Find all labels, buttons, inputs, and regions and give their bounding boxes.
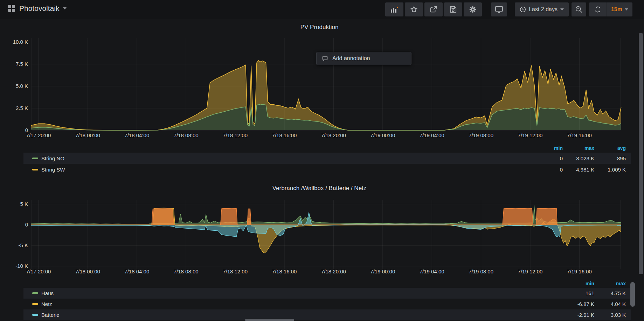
monitor-icon — [495, 6, 503, 13]
svg-text:7/19 08:00: 7/19 08:00 — [469, 132, 493, 138]
svg-text:7/19 16:00: 7/19 16:00 — [567, 132, 592, 138]
svg-text:10.0 K: 10.0 K — [13, 39, 28, 45]
stat-min: -6.87 K — [563, 301, 594, 307]
pv-produktion-legend: min max avg String NO 0 3.023 K 895 Stri… — [23, 144, 631, 175]
pv-produktion-chart[interactable]: 02.5 K5.0 K7.5 K10.0 K7/17 20:007/18 00:… — [0, 33, 644, 142]
panel-title-pv-produktion[interactable]: PV Produktion — [0, 24, 639, 31]
svg-text:-10 K: -10 K — [15, 263, 28, 269]
legend-row-netz[interactable]: Netz -6.87 K 4.04 K — [23, 299, 631, 309]
legend-col-max: max — [563, 145, 594, 151]
series-label: String SW — [41, 167, 65, 173]
page-scrollbar[interactable] — [639, 33, 643, 274]
svg-text:-5 K: -5 K — [18, 242, 28, 248]
svg-text:7/18 00:00: 7/18 00:00 — [75, 132, 100, 138]
svg-text:7/18 04:00: 7/18 04:00 — [124, 132, 149, 138]
chevron-down-icon — [560, 8, 564, 11]
save-icon — [449, 6, 457, 13]
verbrauch-legend: min max Haus 161 4.75 K Netz -6.87 K 4.0… — [23, 279, 631, 320]
stat-max: 4.75 K — [594, 290, 626, 296]
legend-col-min: min — [531, 145, 563, 151]
legend-row-string-sw[interactable]: String SW 0 4.981 K 1.009 K — [23, 164, 631, 175]
add-panel-icon — [390, 6, 398, 13]
series-swatch — [32, 292, 38, 294]
svg-text:7/18 08:00: 7/18 08:00 — [174, 132, 199, 138]
add-annotation-label: Add annotation — [332, 55, 370, 62]
series-label: Netz — [41, 301, 52, 307]
time-range-picker[interactable]: Last 2 days — [515, 2, 569, 16]
legend-row-haus[interactable]: Haus 161 4.75 K — [23, 288, 631, 299]
legend-row-string-no[interactable]: String NO 0 3.023 K 895 — [23, 153, 631, 164]
svg-text:7.5 K: 7.5 K — [16, 61, 28, 67]
dashboard-title-group[interactable]: Photovoltaik — [8, 4, 67, 13]
svg-text:7/19 04:00: 7/19 04:00 — [420, 132, 444, 138]
svg-text:7/19 04:00: 7/19 04:00 — [420, 268, 444, 274]
add-annotation-tooltip[interactable]: Add annotation — [316, 52, 411, 65]
stat-min: -2.91 K — [563, 312, 594, 318]
legend-header: min max — [23, 279, 631, 288]
navbar-actions: Last 2 days 15m — [385, 2, 632, 16]
legend-header: min max avg — [23, 144, 631, 153]
stat-avg: 895 — [594, 155, 626, 161]
svg-text:7/19 00:00: 7/19 00:00 — [370, 268, 395, 274]
svg-text:7/18 00:00: 7/18 00:00 — [75, 268, 100, 274]
legend-col-avg: avg — [594, 145, 626, 151]
series-label: String NO — [41, 155, 64, 161]
svg-text:0: 0 — [25, 222, 28, 228]
share-icon — [430, 6, 437, 13]
legend-row-batterie[interactable]: Batterie -2.91 K 3.03 K — [23, 309, 631, 320]
refresh-icon — [594, 6, 601, 13]
svg-text:7/18 12:00: 7/18 12:00 — [223, 268, 248, 274]
stat-max: 4.981 K — [563, 167, 594, 173]
zoom-out-button[interactable] — [572, 2, 586, 16]
add-panel-button[interactable] — [385, 2, 403, 16]
share-button[interactable] — [424, 2, 443, 16]
svg-text:7/18 12:00: 7/18 12:00 — [223, 132, 248, 138]
svg-text:7/17 20:00: 7/17 20:00 — [26, 132, 51, 138]
svg-text:7/19 12:00: 7/19 12:00 — [518, 268, 543, 274]
svg-text:7/18 16:00: 7/18 16:00 — [272, 132, 297, 138]
legend-col-min: min — [563, 281, 594, 286]
refresh-interval-label: 15m — [611, 6, 622, 13]
settings-button[interactable] — [464, 2, 482, 16]
stat-min: 161 — [563, 290, 594, 296]
save-button[interactable] — [444, 2, 462, 16]
svg-text:7/18 20:00: 7/18 20:00 — [321, 132, 346, 138]
series-swatch — [32, 169, 38, 170]
horizontal-scrollbar[interactable] — [245, 319, 294, 321]
svg-text:7/18 20:00: 7/18 20:00 — [321, 268, 346, 274]
series-label: Haus — [41, 290, 54, 296]
svg-text:2.5 K: 2.5 K — [16, 105, 28, 111]
series-label: Batterie — [41, 312, 60, 318]
zoom-out-icon — [575, 6, 583, 13]
svg-text:7/19 12:00: 7/19 12:00 — [518, 132, 543, 138]
legend-scrollbar[interactable] — [630, 282, 635, 307]
svg-text:7/19 00:00: 7/19 00:00 — [370, 132, 395, 138]
dashboard-grid-icon — [8, 5, 15, 12]
star-button[interactable] — [405, 2, 423, 16]
stat-max: 3.023 K — [563, 155, 594, 161]
verbrauch-chart[interactable]: 5 K0-5 K-10 K7/17 20:007/18 00:007/18 04… — [0, 198, 644, 279]
svg-text:7/18 04:00: 7/18 04:00 — [124, 268, 149, 274]
svg-text:7/19 16:00: 7/19 16:00 — [567, 268, 592, 274]
gear-icon — [469, 6, 477, 13]
grafana-dashboard: Photovoltaik — [0, 0, 644, 321]
series-swatch — [32, 314, 38, 316]
comment-bubble-icon — [322, 56, 328, 62]
dashboard-title: Photovoltaik — [19, 4, 59, 13]
cycle-view-button[interactable] — [491, 2, 507, 16]
svg-text:7/18 16:00: 7/18 16:00 — [272, 268, 297, 274]
navbar: Photovoltaik — [0, 0, 644, 19]
stat-max: 4.04 K — [594, 301, 626, 307]
chevron-down-icon — [625, 8, 628, 11]
svg-text:7/18 08:00: 7/18 08:00 — [174, 268, 199, 274]
refresh-button[interactable] — [589, 2, 607, 16]
panel-title-verbrauch[interactable]: Verbrauch /Wallbox / Batterie / Netz — [0, 185, 639, 192]
svg-text:5.0 K: 5.0 K — [16, 83, 28, 89]
refresh-interval-picker[interactable]: 15m — [607, 2, 632, 16]
legend-col-max: max — [594, 281, 626, 286]
clock-icon — [520, 6, 526, 13]
time-range-label: Last 2 days — [529, 6, 558, 13]
stat-min: 0 — [531, 167, 563, 173]
stat-min: 0 — [531, 155, 563, 161]
refresh-group: 15m — [589, 2, 632, 16]
